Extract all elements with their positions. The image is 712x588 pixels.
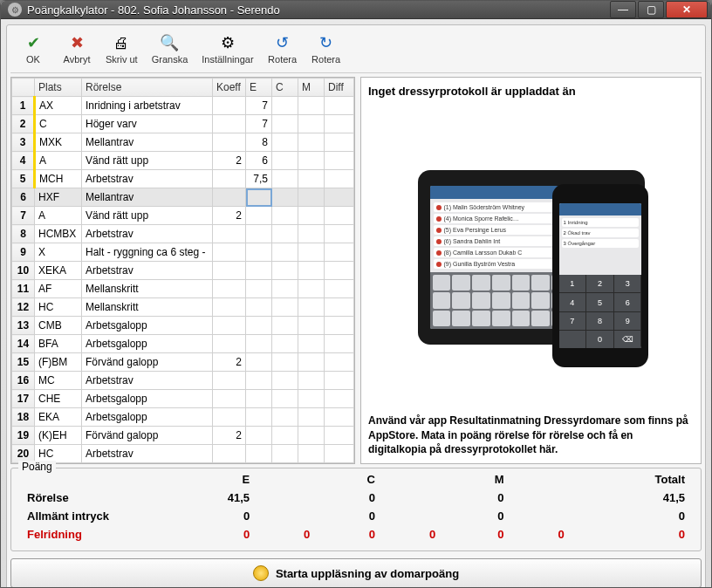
cell-m[interactable] [298, 225, 325, 243]
cell-c[interactable] [272, 390, 298, 408]
cell-rorelse[interactable]: Arbetstrav [82, 445, 213, 463]
cell-rownum[interactable]: 19 [12, 427, 35, 445]
cell-koeff[interactable] [213, 335, 246, 353]
cell-rorelse[interactable]: Arbetstrav [82, 225, 213, 243]
cell-e[interactable]: 7,5 [246, 170, 272, 188]
cell-diff[interactable] [325, 280, 354, 298]
cell-plats[interactable]: (K)EH [35, 427, 82, 445]
cell-plats[interactable]: EKA [35, 408, 82, 427]
cell-diff[interactable] [325, 298, 354, 317]
col-e[interactable]: E [246, 79, 272, 97]
cell-rownum[interactable]: 9 [12, 243, 35, 262]
cell-koeff[interactable] [213, 133, 246, 152]
cell-koeff[interactable]: 2 [213, 353, 246, 372]
table-row[interactable]: 4AVänd rätt upp26 [12, 152, 354, 170]
cell-m[interactable] [298, 427, 325, 445]
cell-plats[interactable]: AX [35, 97, 82, 115]
cell-diff[interactable] [325, 372, 354, 390]
col-diff[interactable]: Diff [325, 79, 354, 97]
cancel-button[interactable]: ✖ Avbryt [56, 31, 98, 67]
cell-koeff[interactable] [213, 280, 246, 298]
col-rorelse[interactable]: Rörelse [82, 79, 213, 97]
cell-c[interactable] [272, 225, 298, 243]
cell-c[interactable] [272, 372, 298, 390]
cell-e[interactable] [246, 188, 272, 207]
cell-c[interactable] [272, 243, 298, 262]
col-plats[interactable]: Plats [35, 79, 82, 97]
cell-m[interactable] [298, 317, 325, 335]
cell-rownum[interactable]: 8 [12, 225, 35, 243]
cell-m[interactable] [298, 115, 325, 133]
movements-grid[interactable]: Plats Rörelse Koeff E C M Diff 1AXInridn… [10, 77, 355, 464]
cell-c[interactable] [272, 353, 298, 372]
cell-diff[interactable] [325, 353, 354, 372]
cell-koeff[interactable] [213, 170, 246, 188]
cell-plats[interactable]: (F)BM [35, 353, 82, 372]
table-row[interactable]: 3MXKMellantrav8 [12, 133, 354, 152]
cell-diff[interactable] [325, 445, 354, 463]
cell-c[interactable] [272, 408, 298, 427]
cell-plats[interactable]: MXK [35, 133, 82, 152]
cell-c[interactable] [272, 188, 298, 207]
cell-m[interactable] [298, 280, 325, 298]
cell-rownum[interactable]: 3 [12, 133, 35, 152]
cell-plats[interactable]: BFA [35, 335, 82, 353]
cell-diff[interactable] [325, 317, 354, 335]
cell-m[interactable] [298, 97, 325, 115]
start-reading-button[interactable]: Starta uppläsning av domarpoäng [10, 558, 702, 588]
cell-e[interactable] [246, 335, 272, 353]
table-row[interactable]: 8HCMBXArbetstrav [12, 225, 354, 243]
cell-c[interactable] [272, 152, 298, 170]
cell-rorelse[interactable]: Vänd rätt upp [82, 152, 213, 170]
cell-rorelse[interactable]: Mellanskritt [82, 280, 213, 298]
cell-rownum[interactable]: 14 [12, 335, 35, 353]
cell-rorelse[interactable]: Arbetstrav [82, 170, 213, 188]
cell-m[interactable] [298, 390, 325, 408]
cell-diff[interactable] [325, 207, 354, 225]
cell-rorelse[interactable]: Arbetsgalopp [82, 317, 213, 335]
cell-e[interactable] [246, 427, 272, 445]
col-rownum[interactable] [12, 79, 35, 97]
cell-koeff[interactable] [213, 225, 246, 243]
cell-koeff[interactable] [213, 115, 246, 133]
cell-m[interactable] [298, 262, 325, 280]
cell-rorelse[interactable]: Arbetsgalopp [82, 335, 213, 353]
rotate-left-button[interactable]: ↺ Rotera [262, 31, 304, 67]
cell-c[interactable] [272, 335, 298, 353]
cell-rorelse[interactable]: Mellantrav [82, 188, 213, 207]
cell-diff[interactable] [325, 188, 354, 207]
cell-diff[interactable] [325, 133, 354, 152]
cell-rownum[interactable]: 13 [12, 317, 35, 335]
cell-m[interactable] [298, 207, 325, 225]
cell-rownum[interactable]: 12 [12, 298, 35, 317]
ok-button[interactable]: ✔ OK [12, 31, 54, 67]
table-row[interactable]: 20HCArbetstrav [12, 445, 354, 463]
cell-rownum[interactable]: 16 [12, 372, 35, 390]
cell-rownum[interactable]: 15 [12, 353, 35, 372]
cell-koeff[interactable] [213, 372, 246, 390]
window-close-button[interactable]: ✕ [666, 1, 708, 18]
cell-rownum[interactable]: 4 [12, 152, 35, 170]
table-row[interactable]: 11AFMellanskritt [12, 280, 354, 298]
cell-e[interactable] [246, 372, 272, 390]
cell-koeff[interactable] [213, 262, 246, 280]
cell-diff[interactable] [325, 262, 354, 280]
cell-plats[interactable]: HC [35, 298, 82, 317]
cell-rownum[interactable]: 1 [12, 97, 35, 115]
cell-c[interactable] [272, 445, 298, 463]
cell-m[interactable] [298, 353, 325, 372]
cell-diff[interactable] [325, 335, 354, 353]
cell-rorelse[interactable]: Arbetsgalopp [82, 390, 213, 408]
table-row[interactable]: 17CHEArbetsgalopp [12, 390, 354, 408]
cell-rownum[interactable]: 5 [12, 170, 35, 188]
table-row[interactable]: 7AVänd rätt upp2 [12, 207, 354, 225]
cell-c[interactable] [272, 133, 298, 152]
cell-e[interactable] [246, 445, 272, 463]
settings-button[interactable]: ⚙ Inställningar [195, 31, 259, 67]
cell-rownum[interactable]: 7 [12, 207, 35, 225]
cell-koeff[interactable] [213, 317, 246, 335]
cell-rorelse[interactable]: Halt - ryggning ca 6 steg - [82, 243, 213, 262]
cell-e[interactable] [246, 317, 272, 335]
cell-plats[interactable]: A [35, 152, 82, 170]
cell-rorelse[interactable]: Mellanskritt [82, 298, 213, 317]
